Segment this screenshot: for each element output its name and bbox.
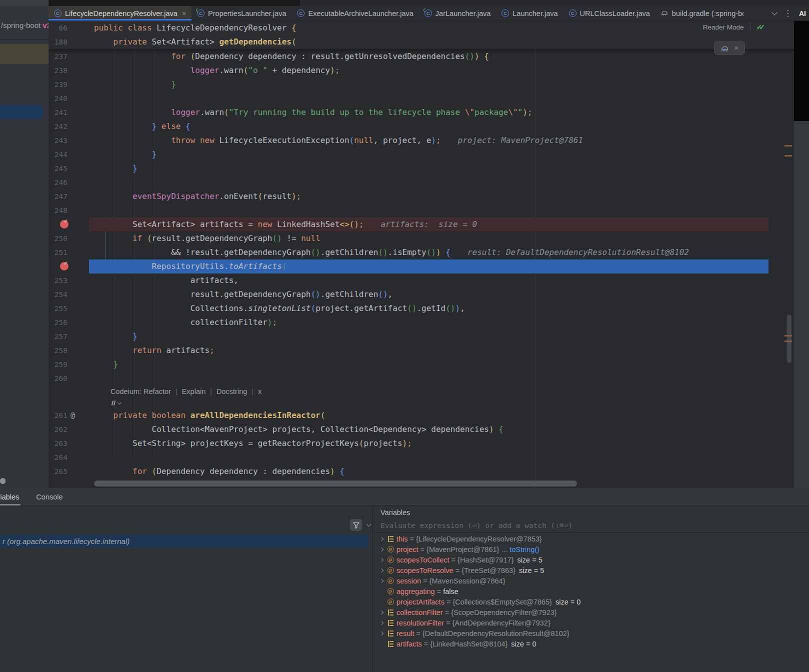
code-line[interactable]: 257} xyxy=(48,330,794,344)
sidebar-selected-item[interactable] xyxy=(0,44,48,64)
variable-row[interactable]: collectionFilter = {ScopeDependencyFilte… xyxy=(372,607,809,618)
chevron-down-icon[interactable] xyxy=(118,400,122,404)
tab-URLClassLoader[interactable]: CURLClassLoader.java xyxy=(564,6,656,20)
variable-row[interactable]: pscopesToCollect = {HashSet@7917}size = … xyxy=(372,554,809,565)
gutter[interactable]: 253 xyxy=(48,274,89,288)
code-line[interactable]: 255Collections.singletonList(project.get… xyxy=(48,302,794,316)
codeium-action[interactable]: x xyxy=(258,388,262,396)
line-number[interactable]: 259 xyxy=(54,358,68,372)
code-line[interactable]: 265for (Dependency dependency : dependen… xyxy=(48,464,794,478)
line-number[interactable]: 260 xyxy=(54,372,68,386)
reader-mode-label[interactable]: Reader Mode xyxy=(703,24,744,31)
gutter[interactable]: 251 xyxy=(48,246,89,260)
codeium-action[interactable]: Explain xyxy=(182,388,206,396)
gutter[interactable]: 66 xyxy=(48,21,89,35)
line-number[interactable]: 238 xyxy=(54,64,68,78)
code-line[interactable]: 242} else { xyxy=(48,120,794,134)
line-number[interactable]: 66 xyxy=(59,21,68,35)
code-line[interactable]: 254result.getDependencyGraph().getChildr… xyxy=(48,288,794,302)
gutter[interactable]: 259 xyxy=(48,358,89,372)
tab-ExecutableArchiveLauncher[interactable]: CExecutableArchiveLauncher.java xyxy=(292,6,418,20)
sidebar-highlighted-item[interactable] xyxy=(0,105,43,119)
gutter[interactable]: 256 xyxy=(48,316,89,330)
code-line[interactable]: ✓Set<Artifact> artifacts = new LinkedHas… xyxy=(48,218,794,232)
gutter[interactable]: 258 xyxy=(48,344,89,358)
debug-tab-variables[interactable]: Variables xyxy=(0,488,22,506)
gutter[interactable]: 263 xyxy=(48,436,89,450)
gutter[interactable]: 244 xyxy=(48,148,89,162)
gutter[interactable]: 248 xyxy=(48,204,89,218)
variable-row[interactable]: paggregating = false xyxy=(372,586,809,596)
error-stripe-mark[interactable] xyxy=(784,335,792,336)
gutter[interactable]: 245 xyxy=(48,162,89,176)
code-line[interactable]: 239} xyxy=(48,78,794,92)
code-editor[interactable]: 66public class LifecycleDependencyResolv… xyxy=(48,21,794,488)
close-icon[interactable]: × xyxy=(182,10,186,18)
line-number[interactable]: 265 xyxy=(54,464,68,478)
chevron-down-icon[interactable] xyxy=(772,10,777,15)
gutter[interactable]: 250 xyxy=(48,232,89,246)
gutter[interactable]: 188 xyxy=(48,35,89,49)
error-stripe-mark[interactable] xyxy=(784,155,792,156)
gutter[interactable]: 238 xyxy=(48,64,89,78)
gutter[interactable]: 243 xyxy=(48,134,89,148)
line-number[interactable]: 253 xyxy=(54,274,68,288)
expand-chevron-icon[interactable] xyxy=(378,569,386,572)
error-stripe-mark[interactable] xyxy=(784,340,792,342)
gutter[interactable]: 261@ xyxy=(48,408,89,422)
tab-JarLauncher[interactable]: CJarLauncher.java xyxy=(419,6,496,20)
variable-row[interactable]: this = {LifecycleDependencyResolver@7853… xyxy=(372,534,809,544)
line-number[interactable]: 240 xyxy=(54,92,68,106)
codeium-action[interactable]: Docstring xyxy=(216,388,247,396)
close-icon[interactable]: × xyxy=(734,44,738,52)
code-line[interactable]: 246 xyxy=(48,176,794,190)
kebab-menu-icon[interactable]: ⋮ xyxy=(784,8,792,18)
gutter[interactable]: 241 xyxy=(48,106,89,120)
code-line[interactable]: 261@private boolean areAllDependenciesIn… xyxy=(48,408,794,422)
tab-LifecycleDependencyResolver[interactable]: CLifecycleDependencyResolver.java× xyxy=(48,6,192,20)
variable-row[interactable]: psession = {MavenSession@7864} xyxy=(372,576,809,586)
gutter[interactable]: 240 xyxy=(48,92,89,106)
variable-row[interactable]: pprojectArtifacts = {Collections$EmptySe… xyxy=(372,596,809,607)
gutter[interactable]: 265 xyxy=(48,464,89,478)
code-line[interactable]: 238logger.warn("o " + dependency); xyxy=(48,64,794,78)
gutter[interactable]: 255 xyxy=(48,302,89,316)
codeium-action[interactable]: Codeium: Refactor xyxy=(110,388,171,396)
gutter[interactable]: 254 xyxy=(48,288,89,302)
line-number[interactable]: 237 xyxy=(54,50,68,64)
vertical-scrollbar[interactable] xyxy=(787,315,792,363)
tab-PropertiesLauncher[interactable]: CPropertiesLauncher.java xyxy=(192,6,292,20)
project-root-item[interactable]: /spring-bootv3 xyxy=(1,21,48,30)
variable-row[interactable]: pscopesToResolve = {TreeSet@7863}size = … xyxy=(372,565,809,576)
line-number[interactable]: 258 xyxy=(54,344,68,358)
line-number[interactable]: 188 xyxy=(54,35,68,49)
variable-row[interactable]: pproject = {MavenProject@7861}...toStrin… xyxy=(372,544,809,554)
code-line[interactable]: 243throw new LifecycleExecutionException… xyxy=(48,134,794,148)
line-number[interactable]: 251 xyxy=(54,246,68,260)
evaluate-expression-input[interactable]: Evaluate expression (⏎) or add a watch (… xyxy=(372,519,809,532)
line-number[interactable]: 262 xyxy=(54,422,68,436)
chevron-down-icon[interactable] xyxy=(366,522,372,527)
code-line[interactable]: 244} xyxy=(48,148,794,162)
expand-chevron-icon[interactable] xyxy=(378,548,386,551)
code-line[interactable]: 241logger.warn("Try running the build up… xyxy=(48,106,794,120)
selected-stack-frame[interactable]: r (org.apache.maven.lifecycle.internal) xyxy=(0,534,368,548)
gutter[interactable]: 247 xyxy=(48,190,89,204)
line-number[interactable]: 245 xyxy=(54,162,68,176)
ai-assistant-button[interactable]: AI xyxy=(799,10,806,18)
sidebar-scrollbar[interactable] xyxy=(0,478,6,484)
gutter[interactable]: ✓ xyxy=(48,218,89,232)
expand-chevron-icon[interactable] xyxy=(378,558,386,562)
gutter[interactable]: 237 xyxy=(48,50,89,64)
line-number[interactable]: 248 xyxy=(54,204,68,218)
gutter[interactable]: 262 xyxy=(48,422,89,436)
line-number[interactable]: 239 xyxy=(54,78,68,92)
line-number[interactable]: 241 xyxy=(54,106,68,120)
variable-row[interactable]: result = {DefaultDependencyResolutionRes… xyxy=(372,628,809,638)
tostring-link[interactable]: toString() xyxy=(510,546,540,554)
gutter[interactable]: 257 xyxy=(48,330,89,344)
horizontal-scrollbar[interactable] xyxy=(94,480,577,486)
error-stripe-mark[interactable] xyxy=(784,145,792,146)
gutter[interactable]: 260 xyxy=(48,372,89,386)
expand-chevron-icon[interactable] xyxy=(378,538,386,540)
